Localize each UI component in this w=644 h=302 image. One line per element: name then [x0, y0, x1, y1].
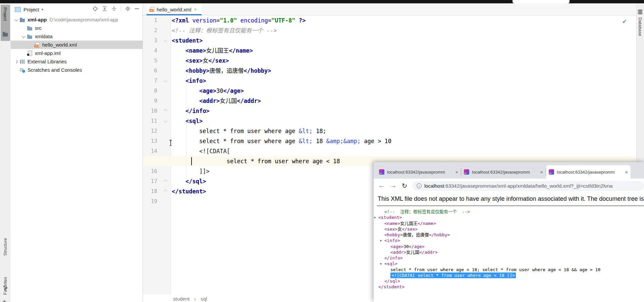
- fold-marker-icon[interactable]: [164, 120, 167, 122]
- project-tool-tab-label[interactable]: Project: [3, 7, 8, 21]
- fold-marker-icon[interactable]: [164, 180, 167, 182]
- xml-token: <sql>: [384, 261, 397, 266]
- code-line-10[interactable]: </info>: [172, 106, 636, 116]
- line-number[interactable]: 14: [144, 146, 157, 156]
- code-line-11[interactable]: <sql>: [172, 116, 636, 126]
- code-token: <!-- 注释：根标签有且仅能有一个 -->: [172, 27, 277, 34]
- tree-row-xmldata[interactable]: xmldata: [11, 32, 143, 41]
- code-line-2[interactable]: <!-- 注释：根标签有且仅能有一个 -->: [172, 25, 636, 36]
- code-line-8[interactable]: <age>30</age>: [172, 86, 636, 96]
- gear-icon[interactable]: [125, 6, 130, 11]
- fold-marker-icon[interactable]: [164, 39, 167, 42]
- xml-token: 女儿国王: [400, 221, 418, 226]
- page-info-icon[interactable]: i: [417, 183, 422, 188]
- folder-icon: [27, 34, 33, 40]
- code-line-12[interactable]: select * from user where age &lt; 18;: [172, 126, 636, 136]
- line-number[interactable]: 4: [144, 46, 157, 56]
- project-panel-title: Project: [23, 7, 39, 12]
- fold-marker-icon[interactable]: [164, 190, 167, 192]
- project-tree: xml-appD:\code\javaseprommax\xml-appsrcx…: [11, 15, 143, 74]
- line-number[interactable]: 13: [144, 136, 157, 146]
- database-tool-tab-label[interactable]: Database: [638, 17, 643, 36]
- expand-all-icon[interactable]: [102, 6, 107, 11]
- browser-tab-1[interactable]: localhost:63342/javasepromm×: [376, 165, 461, 179]
- mouse-ibeam-cursor: [169, 139, 172, 146]
- code-token: &lt;: [299, 138, 313, 144]
- close-icon[interactable]: ×: [625, 169, 628, 175]
- code-line-5[interactable]: <sex>女</sex>: [172, 56, 636, 66]
- tree-item-label: External Libraries: [28, 59, 67, 64]
- address-bar[interactable]: i localhost:63342/javaseprommax/xml-app/…: [413, 181, 644, 191]
- browser-tab-3[interactable]: localhost:63342/javasepromm×: [546, 165, 631, 179]
- breadcrumb-item-sql[interactable]: sql: [201, 296, 207, 302]
- close-icon[interactable]: ×: [194, 7, 197, 12]
- code-line-13[interactable]: select * from user where age &lt; 18 &am…: [172, 136, 636, 146]
- tree-chevron-icon[interactable]: [13, 59, 19, 65]
- fold-marker-icon[interactable]: [164, 110, 167, 112]
- close-icon[interactable]: ×: [455, 169, 458, 175]
- line-number[interactable]: 19: [144, 196, 157, 206]
- code-token: &amp;&amp;: [326, 138, 361, 144]
- tree-chevron-icon[interactable]: [13, 17, 19, 23]
- line-number[interactable]: 12: [144, 126, 157, 136]
- editor-tab-label: hello_world.xml: [157, 7, 191, 12]
- code-token: [172, 47, 185, 54]
- line-number[interactable]: 8: [144, 86, 157, 96]
- reload-icon[interactable]: ↻: [402, 182, 407, 190]
- tree-chevron-icon[interactable]: [21, 34, 27, 40]
- line-number[interactable]: 9: [144, 96, 157, 106]
- line-number[interactable]: 16: [144, 166, 157, 176]
- code-token: 18: [313, 138, 326, 144]
- tree-row-external-libraries[interactable]: External Libraries: [11, 57, 143, 66]
- code-line-1[interactable]: <?xml version="1.0" encoding="UTF-8" ?>: [172, 15, 636, 25]
- code-line-9[interactable]: <addr>女儿国</addr>: [172, 96, 636, 106]
- code-token: 30: [216, 87, 223, 94]
- line-number[interactable]: 3: [144, 36, 157, 46]
- code-line-7[interactable]: <info>: [172, 76, 636, 86]
- code-line-3[interactable]: <student>: [172, 36, 636, 46]
- tree-row-xml-app-iml[interactable]: xml-app.iml: [11, 49, 143, 57]
- breadcrumb-separator-icon: ›: [194, 296, 196, 302]
- collapse-arrow-icon[interactable]: ▼: [380, 261, 384, 267]
- line-number[interactable]: 7: [144, 76, 157, 86]
- browser-content: This XML file does not appear to have an…: [374, 193, 644, 302]
- locate-file-icon[interactable]: [93, 6, 98, 11]
- forward-icon[interactable]: →: [390, 182, 396, 189]
- line-number[interactable]: 6: [144, 66, 157, 76]
- collapse-all-icon[interactable]: [111, 6, 117, 11]
- breadcrumb-item-student[interactable]: student: [173, 296, 190, 302]
- browser-tab-2[interactable]: localhost:63342/javasepromm×: [461, 165, 546, 179]
- browser-tab-strip: localhost:63342/javasepromm×localhost:63…: [374, 162, 644, 179]
- line-number[interactable]: 5: [144, 56, 157, 66]
- code-line-6[interactable]: <hobby>唐僧，追唐僧</hobby>: [172, 66, 636, 76]
- line-number[interactable]: 1: [144, 15, 157, 25]
- chevron-down-icon[interactable]: ▾: [42, 7, 44, 12]
- line-number[interactable]: 18: [144, 186, 157, 196]
- hide-panel-icon[interactable]: [135, 6, 139, 11]
- code-line-14[interactable]: <![CDATA[: [172, 146, 636, 156]
- collapse-arrow-icon[interactable]: ▼: [374, 215, 378, 221]
- collapse-arrow-icon[interactable]: ▼: [380, 238, 384, 244]
- line-number[interactable]: 11: [144, 116, 157, 126]
- editor-tab-hello-world[interactable]: hello_world.xml ×: [147, 3, 202, 15]
- tree-item-label: src: [35, 25, 42, 31]
- tree-row-scratches-and-consoles[interactable]: Scratches and Consoles: [11, 66, 143, 74]
- tree-row-hello-world-xml[interactable]: hello_world.xml: [11, 41, 143, 49]
- code-token: [172, 118, 185, 124]
- structure-tool-tab-label[interactable]: Structure: [3, 238, 8, 256]
- xml-token: 30: [404, 244, 409, 249]
- line-number[interactable]: 2: [144, 25, 157, 36]
- line-number[interactable]: 10: [144, 106, 157, 116]
- favorites-tool-tab-label[interactable]: Favorites: [3, 277, 8, 295]
- close-icon[interactable]: ×: [540, 169, 543, 175]
- tree-row-src[interactable]: src: [11, 24, 143, 32]
- back-icon[interactable]: ←: [378, 182, 385, 189]
- fold-marker-icon[interactable]: [164, 79, 167, 82]
- line-number[interactable]: 17: [144, 176, 157, 186]
- code-token: 唐僧，追唐僧: [210, 67, 244, 74]
- tree-row-xml-app[interactable]: xml-appD:\code\javaseprommax\xml-app: [11, 15, 143, 24]
- editor-gutter[interactable]: 12345678910111213141516171819: [143, 15, 171, 294]
- code-line-4[interactable]: <name>女儿国王</name>: [172, 46, 636, 56]
- code-token: </info>: [185, 108, 210, 114]
- url-host: localhost: [424, 183, 444, 189]
